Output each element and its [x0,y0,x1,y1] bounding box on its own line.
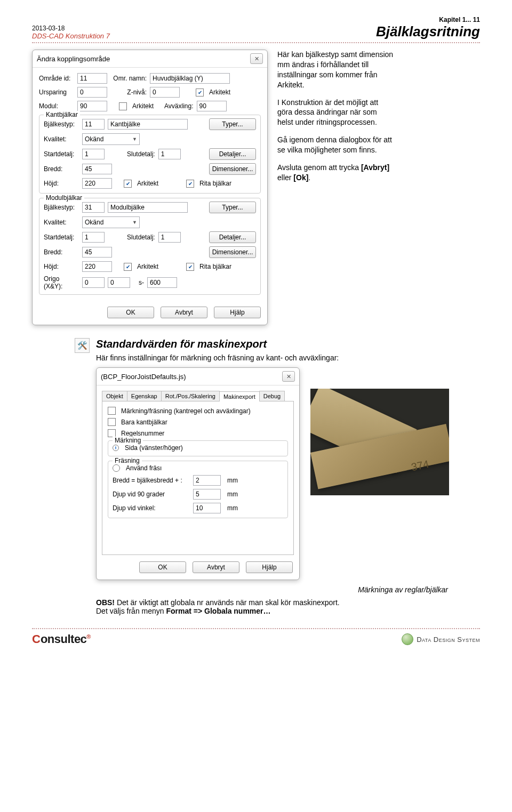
input-k-bjalkestyp[interactable] [82,119,105,130]
checkbox-k-arkitekt[interactable] [124,180,132,188]
input-fras-bredd[interactable] [193,475,221,486]
close-icon[interactable]: ✕ [250,53,263,64]
input-origo-x[interactable] [82,277,105,288]
chevron-down-icon: ▼ [132,136,137,142]
label-c3: Regelsnummer [121,430,164,437]
checkbox-m-rita[interactable] [186,263,194,271]
checkbox-arkitekt-modul[interactable] [119,102,127,110]
button-dimensioner-modul[interactable]: Dimensioner... [209,246,256,258]
checkbox-regelsnr[interactable] [108,429,116,437]
dialog-machine-export-defaults: (BCP_FloorJoistDefaults.js) ✕ Objekt Ege… [96,367,300,580]
side-p4: Avsluta genom att trycka [Avbryt] eller … [277,163,395,183]
input-m-bjalke-text[interactable] [108,202,188,213]
header-date: 2013-03-18 [32,25,110,32]
label-r2: Använd fräsı [126,464,162,472]
photo-caption: Märkninga av reglar/bjälkar [32,585,448,594]
input-zniva[interactable] [150,87,180,98]
select-m-kvalitet[interactable]: Okänd▼ [82,216,140,228]
input-k-bjalke-text[interactable] [108,119,188,130]
label-ss: s- [133,279,144,286]
label-origo: Origo (X&Y): [44,275,79,290]
side-p1: Här kan bjälkestyp samt dimension mm änd… [277,50,395,90]
photo-wood-marking: 374 [310,389,449,495]
button-typer-modul[interactable]: Typer... [209,202,256,213]
button-hjalp-dlg1[interactable]: Hjälp [214,307,261,318]
select-k-kvalitet[interactable]: Okänd▼ [82,133,140,145]
input-djup-90[interactable] [193,489,221,500]
label-avvaxling: Avväxling: [164,102,193,110]
input-k-bredd[interactable] [82,164,112,174]
input-djup-vinkel[interactable] [193,503,221,513]
section-desc: Här finns inställningar för märkning och… [96,353,480,362]
label-k-bredd: Bredd: [44,165,79,173]
radio-anvand-fras[interactable] [113,464,120,472]
group-kantbjalkar: Kantbjälkar Bjälkestyp: Typer... Kvalite… [39,115,261,194]
label-m-slutdetalj: Slutdetalj: [127,234,155,241]
logo-consultec: Consultec® [32,632,91,646]
dialog2-title: (BCP_FloorJoistDefaults.js) [101,373,186,381]
button-detaljer-kant[interactable]: Detaljer... [209,148,256,160]
input-omrade[interactable] [77,73,107,84]
button-dimensioner-kant[interactable]: Dimensioner... [209,163,256,175]
page-footer: Consultec® Data Design System [32,628,480,646]
button-hjalp-dlg2[interactable]: Hjälp [246,561,293,573]
label-ursparing: Ursparing [39,89,74,96]
label-omrade: Område id: [39,75,74,82]
dialog-change-connection-area: Ändra kopplingsområde ✕ Område id: Omr. … [32,50,268,325]
button-avbryt-dlg1[interactable]: Avbryt [161,307,207,318]
checkbox-bara-kant[interactable] [108,418,116,426]
button-ok-dlg2[interactable]: OK [139,561,186,573]
label-k-startdetalj: Startdetalj: [44,150,79,158]
input-k-startdetalj[interactable] [82,149,105,159]
radio-sida[interactable] [113,445,119,451]
label-m-bjalkestyp: Bjälkestyp: [44,204,79,211]
input-ursparing[interactable] [77,87,107,98]
label-arkitekt-modul: Arkitekt [132,102,154,110]
button-typer-kant[interactable]: Typer... [209,118,256,130]
tab-debug[interactable]: Debug [259,391,285,401]
label-k-hojd: Höjd: [44,180,79,187]
input-k-slutdetalj[interactable] [158,149,181,159]
input-ss[interactable] [147,277,177,288]
input-modul[interactable] [77,101,107,111]
input-m-startdetalj[interactable] [82,232,105,243]
tab-objekt[interactable]: Objekt [102,391,127,401]
globe-icon [402,633,413,645]
button-detaljer-modul[interactable]: Detaljer... [209,231,256,243]
input-m-bjalkestyp[interactable] [82,202,105,213]
legend-frasning: Fräsning [113,457,142,464]
obs-paragraph: OBS! Det är viktigt att globala nr använ… [96,598,395,615]
label-omrnamn: Omr. namn: [110,75,147,82]
checkbox-markning-frasning[interactable] [108,407,116,415]
input-origo-y[interactable] [108,277,130,288]
button-avbryt-dlg2[interactable]: Avbryt [193,561,239,573]
label-m-arkitekt: Arkitekt [137,263,158,270]
checkbox-arkitekt-top[interactable] [196,89,204,97]
tab-rotpos[interactable]: Rot./Pos./Skalering [161,391,220,401]
label-bredd-frasning: Bredd = bjälkesbredd + : [113,477,190,484]
button-ok-dlg1[interactable]: OK [107,307,154,318]
tab-bar: Objekt Egenskap Rot./Pos./Skalering Maki… [102,391,294,401]
input-k-hojd[interactable] [82,178,112,189]
input-m-bredd[interactable] [82,247,112,258]
group-markning: Märkning Sida (vänster/höger) [108,440,288,456]
input-m-slutdetalj[interactable] [158,232,181,243]
close-icon[interactable]: ✕ [282,371,295,382]
checkbox-m-arkitekt[interactable] [124,263,132,271]
label-k-arkitekt: Arkitekt [137,180,158,187]
input-m-hojd[interactable] [82,261,112,272]
header-chapter: Kapitel 1... 11 [376,16,480,23]
chevron-down-icon: ▼ [132,220,137,225]
input-omrnamn[interactable] [150,73,230,84]
label-r1: Sida (vänster/höger) [125,444,183,452]
header-title: Bjälklagsritning [376,23,480,40]
header-product: DDS-CAD Konstruktion 7 [32,32,110,40]
label-djup-90: Djup vid 90 grader [113,491,190,498]
label-arkitekt-top: Arkitekt [209,89,230,96]
label-c1: Märkning/fräsning (kantregel och avväxli… [121,407,251,415]
tab-makinexport[interactable]: Makinexport [219,391,260,401]
checkbox-k-rita[interactable] [186,180,194,188]
input-avvaxling[interactable] [197,101,227,111]
tab-egenskap[interactable]: Egenskap [127,391,162,401]
label-modul: Modul: [39,102,74,110]
